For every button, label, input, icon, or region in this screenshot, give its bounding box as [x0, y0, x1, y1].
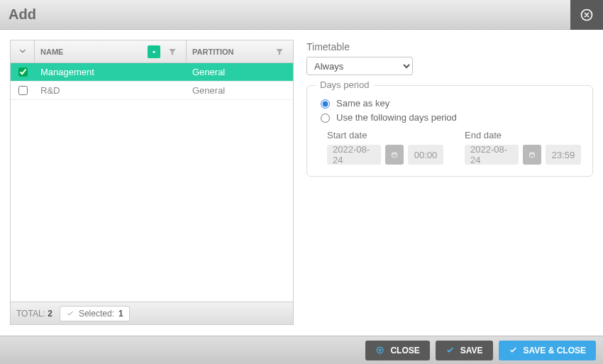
end-date-picker-button[interactable] — [523, 145, 541, 165]
items-grid: NAME PARTITION Management — [10, 40, 294, 325]
svg-rect-2 — [530, 153, 535, 158]
start-time-input[interactable]: 00:00 — [408, 145, 443, 165]
row-checkbox[interactable] — [18, 86, 28, 95]
filter-icon — [167, 47, 177, 57]
filter-icon — [275, 47, 284, 57]
start-date-picker-button[interactable] — [385, 145, 404, 165]
radio-custom-period[interactable]: Use the following days period — [317, 111, 582, 123]
close-icon — [580, 8, 594, 22]
filter-name-button[interactable] — [165, 44, 180, 60]
check-icon — [446, 346, 455, 355]
dates-row: Start date 2022-08-24 00:00 End date 202… — [317, 130, 582, 165]
table-row[interactable]: R&D General — [11, 82, 293, 100]
save-close-button[interactable]: SAVE & CLOSE — [499, 341, 596, 360]
column-header-partition[interactable]: PARTITION — [187, 40, 293, 62]
row-name: R&D — [35, 85, 187, 96]
grid-body: Management General R&D General — [11, 63, 293, 302]
column-header-name-label: NAME — [40, 48, 63, 56]
calendar-icon — [529, 150, 536, 160]
dialog-close-button[interactable] — [570, 0, 603, 30]
row-partition: General — [187, 67, 293, 77]
close-button[interactable]: CLOSE — [365, 341, 429, 360]
sort-asc-icon — [150, 48, 157, 55]
close-circle-icon — [375, 346, 385, 355]
start-date-label: Start date — [327, 130, 443, 140]
row-checkbox[interactable] — [18, 67, 28, 77]
end-date-column: End date 2022-08-24 23:59 — [465, 130, 581, 165]
total-count: TOTAL: 2 — [16, 309, 52, 319]
radio-same-as-key-input[interactable] — [321, 99, 330, 109]
radio-custom-period-input[interactable] — [321, 114, 330, 123]
selected-chip[interactable]: Selected: 1 — [60, 306, 130, 321]
end-date-label: End date — [465, 130, 581, 140]
calendar-icon — [391, 150, 398, 160]
end-date-input[interactable]: 2022-08-24 — [465, 145, 519, 165]
row-name: Management — [35, 67, 187, 77]
row-partition: General — [187, 85, 293, 96]
grid-footer: TOTAL: 2 Selected: 1 — [11, 302, 293, 324]
timetable-select[interactable]: Always — [306, 57, 413, 75]
table-row[interactable]: Management General — [11, 63, 293, 82]
dialog-content: NAME PARTITION Management — [0, 30, 603, 335]
start-date-input[interactable]: 2022-08-24 — [327, 145, 381, 165]
radio-same-as-key[interactable]: Same as key — [317, 97, 582, 109]
end-time-input[interactable]: 23:59 — [546, 145, 581, 165]
column-header-name[interactable]: NAME — [35, 40, 187, 62]
svg-rect-1 — [392, 153, 397, 158]
select-all-cell[interactable] — [11, 40, 35, 62]
check-icon — [66, 309, 74, 318]
grid-header: NAME PARTITION — [11, 40, 293, 63]
sort-asc-button[interactable] — [148, 45, 160, 58]
right-panel: Timetable Always Days period Same as key… — [306, 40, 593, 325]
dialog-title: Add — [9, 6, 36, 23]
save-button[interactable]: SAVE — [436, 341, 493, 360]
days-period-group: Days period Same as key Use the followin… — [306, 85, 593, 177]
chevron-down-icon — [18, 46, 28, 57]
days-period-legend: Days period — [316, 79, 373, 90]
check-icon — [509, 346, 518, 355]
filter-partition-button[interactable] — [272, 44, 287, 60]
dialog-header: Add — [0, 0, 603, 30]
column-header-partition-label: PARTITION — [192, 48, 233, 56]
timetable-label: Timetable — [306, 41, 593, 53]
dialog-footer: CLOSE SAVE SAVE & CLOSE — [0, 336, 603, 364]
start-date-column: Start date 2022-08-24 00:00 — [327, 130, 443, 165]
